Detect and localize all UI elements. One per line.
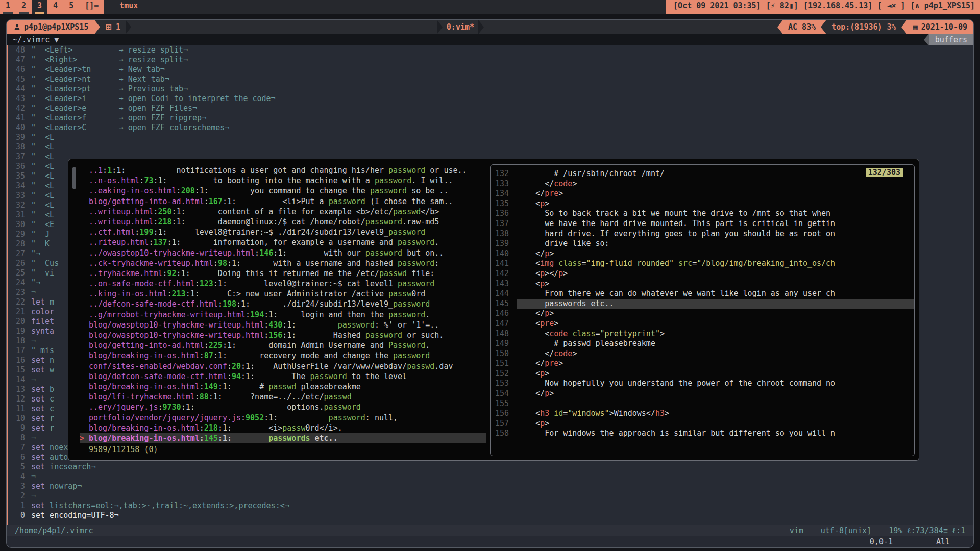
preview-line: 139 drive like so: [491,239,914,249]
line-number: 41 [7,113,31,123]
line-number: 14 [7,375,31,385]
buffer-filename[interactable]: ~/.vimrc ▼ [7,35,59,44]
editor-line[interactable]: 2¬ [7,491,973,501]
result-file: ..ck-tryhackme-writeup.html [89,258,213,268]
line-text: set encoding=UTF-8¬ [31,511,119,520]
preview-line-text: For windows the approach is similar but … [517,429,914,439]
selection-marker-icon [80,217,89,227]
fzf-result-row[interactable]: ..tryhackme.html:92:1: Doing this it ret… [80,268,486,279]
editor-line[interactable]: 5set incsearch¬ [7,462,973,472]
result-text: content of a file for example <b>/etc/pa… [186,207,439,217]
fzf-result-row[interactable]: ..eaking-in-os.html:208:1: you command t… [80,186,486,196]
fzf-search-prompt[interactable]: Rg> passw [80,455,486,457]
line-number: 8 [7,433,31,443]
editor-line[interactable]: 38" <L [7,142,973,152]
line-number: 34 [7,181,31,191]
line-number: 39 [7,133,31,142]
fzf-scrollbar[interactable] [72,167,76,189]
fzf-result-row-selected[interactable]: >blog/breaking-in-os.html:145:1: passwor… [80,433,486,443]
preview-box: 132/303 132 # /usr/sbin/chroot /mnt/133 … [490,164,915,456]
fzf-result-row[interactable]: portfolio/vendor/jquery/jquery.js:9052:1… [80,413,486,423]
line-text: let m [31,297,54,307]
preview-line-text: passwords etc.. [517,299,914,309]
active-window-title[interactable]: 0:vim* [437,20,484,34]
editor-line[interactable]: 47" <Right> → resize split¬ [7,55,973,65]
fzf-result-row[interactable]: conf/sites-enabled/webdav.conf:20:1: Aut… [80,361,486,371]
preview-line: 148 <code class="prettyprint"> [491,329,914,339]
preview-line: 154 </p> [491,389,914,399]
fzf-result-row[interactable]: ..n-os.html:73:1: to booting into the ma… [80,176,486,186]
fzf-result-row[interactable]: blog/breaking-in-os.html:149:1: # passwd… [80,382,486,392]
fzf-result-row[interactable]: blog/owasptop10-tryhackme-writeup.html:1… [80,330,486,340]
editor-line[interactable]: 0set encoding=UTF-8¬ [7,511,973,520]
editor-line[interactable]: 46" <Leader>tn → New tab¬ [7,65,973,74]
fzf-result-row[interactable]: blog/breaking-in-os.html:87:1: recovery … [80,350,486,361]
result-text: you command to change the password so be… [209,186,449,196]
result-text: password: null, [278,413,398,423]
fzf-result-row[interactable]: blog/owasptop10-tryhackme-writeup.html:4… [80,320,486,330]
fzf-result-row[interactable]: blog/defcon-safe-mode-ctf.html:94:1: The… [80,371,486,382]
fzf-result-row[interactable]: ..1:1:1: notifications a user got and ch… [80,165,486,176]
preview-line-number: 150 [491,349,517,359]
editor-line[interactable]: 40" <Leader>C → open FZF colorschemes¬ [7,123,973,133]
line-text: "¬ [31,249,40,259]
result-line-number: 9052 [246,413,264,423]
fzf-result-row[interactable]: blog/breaking-in-os.html:218:1: <i>passw… [80,423,486,433]
line-text: " <Leader>nt → Next tab¬ [31,74,169,84]
line-text: set r [31,423,54,433]
tmux-tab-layout[interactable]: []= [79,0,104,14]
pane-border-strip [7,45,8,525]
line-number: 18 [7,336,31,346]
tmux-tab-3-active[interactable]: 3 [32,0,47,14]
editor-line[interactable]: 44" <Leader>pt → Previous tab¬ [7,84,973,94]
tmux-tab-4[interactable]: 4 [47,0,63,14]
preview-line-number: 143 [491,279,517,289]
result-text: daemon@linux:/$ cat /home/robot/password… [186,217,439,227]
editor-line[interactable]: 43" <Leader>i → open Codi to interpret t… [7,94,973,104]
line-number: 2 [7,491,31,501]
tmux-tab-2[interactable]: 2 [16,0,32,14]
editor-line[interactable]: 41" <Leader>f → open FZF ripgrep¬ [7,113,973,123]
fzf-result-row[interactable]: ..writeup.html:250:1: content of a file … [80,207,486,217]
preview-line: 144 From there we can do whatever we wan… [491,289,914,299]
editor-line[interactable]: 4¬ [7,472,973,482]
fzf-result-row[interactable]: ..ctf.html:199:1: level8@trainer:~$ ./di… [80,227,486,237]
tmux-tab-1[interactable]: 1 [0,0,16,14]
fzf-result-row[interactable]: ..ck-tryhackme-writeup.html:98:1: with a… [80,258,486,268]
editor-line[interactable]: 45" <Leader>nt → Next tab¬ [7,74,973,84]
fzf-result-row[interactable]: blog/getting-into-ad.html:225:1: domain … [80,340,486,350]
preview-line-text: <code class="prettyprint"> [517,329,914,339]
line-number: 43 [7,94,31,104]
preview-line: 151 </pre> [491,359,914,369]
chevron-icon [437,20,443,34]
fzf-result-row[interactable]: ..on-safe-mode-ctf.html:123:1: level0@tr… [80,279,486,289]
line-text: set incsearch¬ [31,462,95,472]
editor-line[interactable]: 48" <Left> → resize split¬ [7,45,973,55]
fzf-result-row[interactable]: blog/getting-into-ad.html:167:1: <li>Put… [80,196,486,207]
fzf-result-row[interactable]: ..writeup.html:218:1: daemon@linux:/$ ca… [80,217,486,227]
fzf-rg-popup: ..1:1:1: notifications a user got and ch… [68,159,919,461]
result-file: blog/getting-into-ad.html [89,196,204,207]
preview-line-text: </pre> [517,359,914,369]
fzf-result-row[interactable]: ..king-in-os.html:213:1: C:> new user Ad… [80,289,486,299]
line-number: 37 [7,152,31,162]
fzf-result-row[interactable]: ..g/mrrobot-tryhackme-writeup.html:194:1… [80,310,486,320]
editor-line[interactable]: 39" <L [7,133,973,142]
editor-line[interactable]: 1set listchars=eol:¬,tab:>·,trail:~,exte… [7,501,973,511]
editor-line[interactable]: 3set nowrap¬ [7,482,973,491]
fzf-result-row[interactable]: ..ery/jquery.js:9730:1: options.password [80,402,486,412]
selection-marker-icon [80,279,89,289]
fzf-result-row[interactable]: ../defcon-safe-mode-ctf.html:198:1: ./di… [80,299,486,309]
fzf-result-row[interactable]: ..riteup.html:137:1: information, for ex… [80,237,486,247]
selection-marker-icon [80,268,89,279]
window-number-segment[interactable]: ⊞ 1 [100,20,126,34]
editor-line[interactable]: 42" <Leader>e → open FZF Files¬ [7,104,973,113]
result-line-number: 88 [200,392,209,402]
vim-editor[interactable]: 48" <Left> → resize split¬47" <Right> → … [7,45,973,525]
preview-line-number: 158 [491,429,517,439]
fzf-result-row[interactable]: ../owasptop10-tryhackme-writeup.html:146… [80,248,486,258]
tmux-tab-5[interactable]: 5 [63,0,79,14]
line-text: " <L [31,133,54,142]
selection-marker-icon [80,186,89,196]
fzf-result-row[interactable]: blog/lfi-tryhackme.html:88:1: ?name=../.… [80,392,486,402]
